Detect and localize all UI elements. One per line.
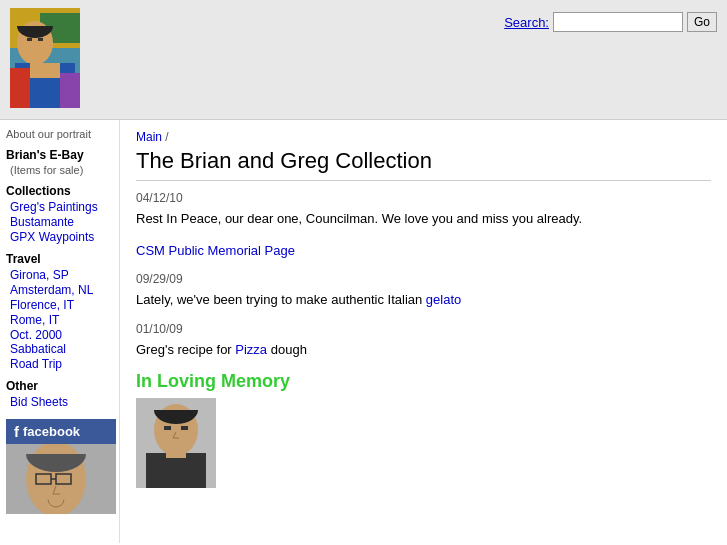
post-date-3: 01/10/09 <box>136 322 711 336</box>
layout: About our portrait Brian's E-Bay (Items … <box>0 120 727 543</box>
sidebar-link-rome[interactable]: Rome, IT <box>6 313 113 327</box>
facebook-label: facebook <box>23 424 80 439</box>
breadcrumb-main-link[interactable]: Main <box>136 130 162 144</box>
sidebar-link-florence[interactable]: Florence, IT <box>6 298 113 312</box>
post-text-2: Lately, we've been trying to make authen… <box>136 290 711 310</box>
sidebar-ebay-subtitle: (Items for sale) <box>6 164 113 176</box>
in-loving-memory-heading: In Loving Memory <box>136 371 711 392</box>
sidebar-link-sabbatical[interactable]: Oct. 2000 Sabbatical <box>6 328 113 356</box>
facebook-widget: f facebook <box>6 419 116 514</box>
page-title: The Brian and Greg Collection <box>136 148 711 181</box>
post-date-1: 04/12/10 <box>136 191 711 205</box>
post-date-2: 09/29/09 <box>136 272 711 286</box>
main-content: Main / The Brian and Greg Collection 04/… <box>120 120 727 543</box>
sidebar-ebay-title: Brian's E-Bay <box>6 148 113 162</box>
csm-memorial-link[interactable]: CSM Public Memorial Page <box>136 243 295 258</box>
sidebar-link-bustamante[interactable]: Bustamante <box>6 215 113 229</box>
sidebar-link-amsterdam[interactable]: Amsterdam, NL <box>6 283 113 297</box>
breadcrumb-sep: / <box>162 130 169 144</box>
sidebar-link-roadtrip[interactable]: Road Trip <box>6 357 113 371</box>
sidebar-other-title: Other <box>6 379 113 393</box>
sidebar-about: About our portrait <box>6 128 113 140</box>
sidebar-link-girona[interactable]: Girona, SP <box>6 268 113 282</box>
sidebar-link-bid-sheets[interactable]: Bid Sheets <box>6 395 113 409</box>
breadcrumb: Main / <box>136 130 711 144</box>
memorial-thumbnail <box>136 398 216 488</box>
pizza-link[interactable]: Pizza <box>235 342 267 357</box>
header: Search: Go <box>0 0 727 120</box>
post-csm-link-container: CSM Public Memorial Page <box>136 241 711 261</box>
sidebar-travel-title: Travel <box>6 252 113 266</box>
header-search: Search: Go <box>504 8 717 32</box>
facebook-f-icon: f <box>14 423 19 440</box>
post-text-3: Greg's recipe for Pizza dough <box>136 340 711 360</box>
header-logo <box>10 8 80 108</box>
facebook-header[interactable]: f facebook <box>6 419 116 444</box>
go-button[interactable]: Go <box>687 12 717 32</box>
search-input[interactable] <box>553 12 683 32</box>
sidebar: About our portrait Brian's E-Bay (Items … <box>0 120 120 543</box>
sidebar-collections-title: Collections <box>6 184 113 198</box>
sidebar-link-gregs-paintings[interactable]: Greg's Paintings <box>6 200 113 214</box>
search-label[interactable]: Search: <box>504 15 549 30</box>
gelato-link[interactable]: gelato <box>426 292 461 307</box>
post-text-1: Rest In Peace, our dear one, Councilman.… <box>136 209 711 229</box>
facebook-thumbnail <box>6 444 116 514</box>
sidebar-link-gpx[interactable]: GPX Waypoints <box>6 230 113 244</box>
